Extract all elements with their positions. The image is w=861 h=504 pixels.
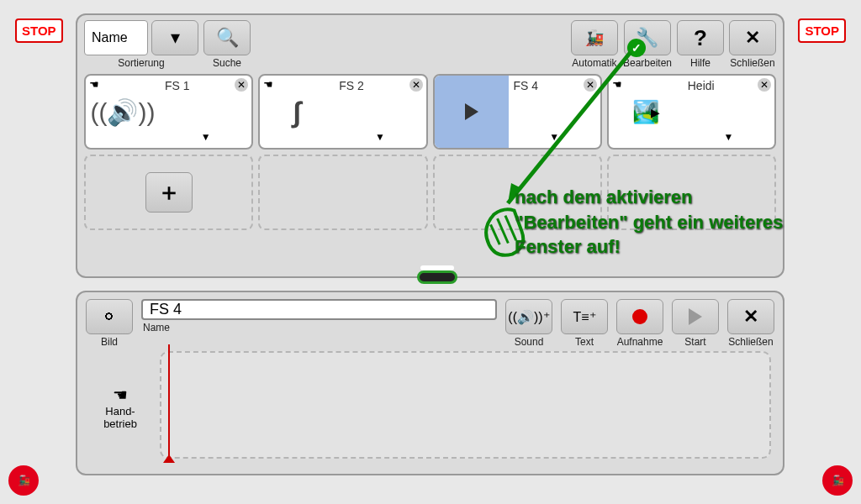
track-icon: ⭘: [103, 309, 116, 324]
annotation-text: nach dem aktivieren "Bearbeiten" geht ei…: [515, 185, 784, 260]
search-label: Suche: [213, 57, 241, 69]
edit-label: Bearbeiten: [623, 57, 672, 69]
close-label: Schließen: [730, 57, 774, 69]
chevron-down-icon[interactable]: ▼: [375, 131, 385, 143]
automatik-label: Automatik: [572, 57, 616, 69]
text-button[interactable]: T≡⁺: [561, 299, 608, 334]
text-plus-icon: T≡⁺: [573, 309, 595, 325]
remove-event-button[interactable]: ✕: [584, 78, 597, 92]
automatik-button[interactable]: 🚂: [571, 20, 618, 55]
add-event-button[interactable]: ＋: [145, 172, 193, 213]
play-icon: [465, 103, 478, 120]
sound-plus-icon: ((🔊))⁺: [508, 309, 549, 325]
name-label: Name: [143, 322, 170, 333]
help-button[interactable]: ?: [677, 20, 724, 55]
event-card[interactable]: ☚ ((🔊)) FS 1 ✕ ▼: [84, 74, 253, 150]
text-label: Text: [575, 336, 594, 348]
help-label: Hilfe: [690, 57, 710, 69]
name-input[interactable]: [141, 299, 497, 320]
question-icon: ?: [694, 25, 707, 51]
scene-image-icon: 🏞️ ▶: [632, 99, 659, 125]
sound-icon: ((🔊)): [91, 97, 156, 127]
loco-button-left[interactable]: 🚂: [8, 465, 39, 496]
chevron-down-icon[interactable]: ▼: [549, 131, 559, 143]
stop-button-right[interactable]: STOP: [798, 18, 846, 43]
record-icon: [632, 309, 647, 324]
timeline-track[interactable]: [160, 351, 771, 459]
close-icon: ✕: [743, 306, 758, 328]
empty-slot[interactable]: ＋: [84, 155, 253, 230]
search-button[interactable]: 🔍: [203, 20, 251, 55]
bild-label: Bild: [101, 336, 118, 348]
start-button[interactable]: [672, 299, 719, 334]
edit-panel: ⭘ Bild Name ((🔊))⁺ Sound T≡⁺ Text Aufnah…: [76, 291, 784, 475]
event-card[interactable]: ☚ ∫ FS 2 ✕ ▼: [258, 74, 427, 150]
remove-event-button[interactable]: ✕: [758, 78, 771, 92]
hand-mode-button[interactable]: ☚ Hand- betrieb: [91, 385, 150, 430]
chevron-down-icon[interactable]: ▼: [201, 131, 211, 143]
event-card[interactable]: ☚ 🏞️ ▶ Heidi ✕ ▼: [607, 74, 776, 150]
timeline-cursor[interactable]: [168, 344, 170, 459]
sort-label: Sortierung: [118, 57, 164, 69]
start-label: Start: [684, 336, 705, 348]
loco-button-right[interactable]: 🚂: [822, 465, 853, 496]
train-icon: 🚂: [18, 475, 30, 486]
train-icon: 🚂: [832, 475, 844, 486]
record-button[interactable]: [616, 299, 663, 334]
bild-button[interactable]: ⭘: [86, 299, 133, 334]
close-edit-label: Schließen: [728, 336, 773, 348]
check-badge-icon: ✓: [627, 39, 646, 57]
event-card[interactable]: ☚ FS 4 ✕ ▼: [433, 74, 602, 150]
sound-label: Sound: [515, 336, 544, 348]
panel-drag-handle[interactable]: [417, 270, 457, 284]
close-edit-button[interactable]: ✕: [727, 299, 774, 334]
search-icon: 🔍: [216, 27, 239, 49]
sort-dropdown-button[interactable]: ▾: [151, 20, 198, 55]
events-toolbar: Name ▾ Sortierung 🔍 Suche 🚂 Automatik 🔧 …: [77, 15, 783, 74]
event-name: FS 2: [339, 79, 420, 92]
hand-mode-label: Hand- betrieb: [91, 405, 150, 430]
sound-button[interactable]: ((🔊))⁺: [505, 299, 552, 334]
close-icon: ✕: [745, 27, 760, 49]
chevron-down-icon[interactable]: ▼: [723, 131, 733, 143]
edit-toolbar: ⭘ Bild Name ((🔊))⁺ Sound T≡⁺ Text Aufnah…: [77, 292, 783, 354]
record-label: Aufnahme: [617, 336, 663, 348]
hand-icon: ☚: [91, 385, 150, 405]
chevron-down-icon: ▾: [171, 27, 180, 49]
remove-event-button[interactable]: ✕: [409, 78, 423, 92]
sort-field[interactable]: Name: [84, 20, 148, 55]
route-icon: ∫: [293, 96, 301, 129]
train-icon: 🚂: [585, 29, 604, 47]
empty-slot[interactable]: [258, 155, 427, 230]
play-icon: [689, 308, 702, 325]
stop-button-left[interactable]: STOP: [15, 18, 63, 43]
timeline-cursor-marker: [163, 454, 175, 463]
close-button[interactable]: ✕: [729, 20, 776, 55]
